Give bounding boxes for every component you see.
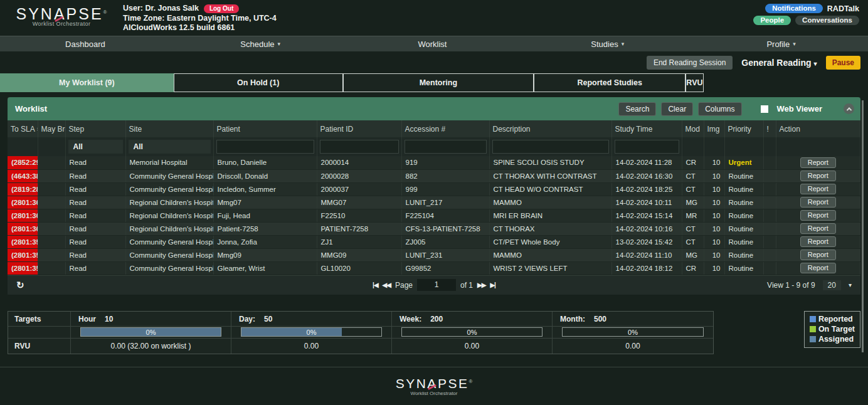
report-button[interactable]: Report <box>800 184 836 194</box>
legend-item: Reported <box>810 315 855 323</box>
column-header[interactable]: Patient <box>213 120 317 137</box>
column-header[interactable]: Action <box>776 120 860 137</box>
report-button[interactable]: Report <box>800 171 836 181</box>
table-row[interactable]: (2801:36 Read Regional Children's Hospit… <box>8 209 860 222</box>
pause-button[interactable]: Pause <box>826 56 860 70</box>
report-button[interactable]: Report <box>800 223 836 234</box>
cell-image-count: 10 <box>704 209 724 222</box>
accession-filter-input[interactable] <box>405 140 487 154</box>
cell-action: Report <box>776 235 860 248</box>
scrollbar[interactable] <box>862 100 864 352</box>
cell-site: Regional Children's Hospital <box>125 196 213 209</box>
nav-item[interactable]: Studies ▾ <box>521 36 694 51</box>
view-range-label: View 1 - 9 of 9 <box>767 281 815 290</box>
table-row[interactable]: (2801:36 Read Regional Children's Hospit… <box>8 196 860 209</box>
reading-mode-dropdown[interactable]: General Reading▾ <box>741 58 817 68</box>
tab-label: My Worklist (9) <box>59 78 115 87</box>
conversations-button[interactable]: Conversations <box>795 16 859 25</box>
table-row[interactable]: (2852:29 Read Memorial Hospital Bruno, D… <box>8 156 860 169</box>
web-viewer-checkbox[interactable] <box>761 105 768 113</box>
column-header[interactable]: Step <box>65 120 125 137</box>
chevron-down-icon[interactable]: ▾ <box>849 281 852 288</box>
cell-accession: LUNIT_231 <box>401 248 489 261</box>
cell-step: Read <box>65 196 125 209</box>
table-row[interactable]: (2801:35 Read Community General Hospital… <box>8 235 860 248</box>
people-button[interactable]: People <box>753 16 791 25</box>
cell-may-breach <box>38 261 65 275</box>
cell-description: WRIST 2 VIEWS LEFT <box>489 261 611 275</box>
column-header[interactable]: Patient ID <box>317 120 401 137</box>
table-row[interactable]: (4643:38 Read Community General Hospital… <box>8 169 860 182</box>
patient-id-filter-input[interactable] <box>320 140 399 154</box>
cell-may-breach <box>38 222 65 235</box>
column-header[interactable]: Description <box>489 120 611 137</box>
last-page-icon[interactable]: ▶| <box>490 281 495 288</box>
cell-accession: LUNIT_217 <box>401 196 489 209</box>
cell-to-sla: (2801:35 <box>8 235 38 248</box>
chevron-down-icon: ▾ <box>278 41 281 47</box>
report-button[interactable]: Report <box>800 210 836 221</box>
column-header[interactable]: Accession # <box>401 120 489 137</box>
notifications-button[interactable]: Notifications <box>765 4 823 13</box>
cell-modality: CR <box>682 261 704 275</box>
report-button[interactable]: Report <box>800 157 836 168</box>
rvu-value: 0.00 <box>231 339 391 354</box>
table-row[interactable]: (2801:35 Read Community General Hospital… <box>8 248 860 261</box>
column-header[interactable]: Mod <box>682 120 704 137</box>
report-button[interactable]: Report <box>800 197 836 208</box>
column-header[interactable]: May Bre <box>38 120 65 137</box>
column-header[interactable]: Img <box>704 120 724 137</box>
column-header[interactable]: Priority <box>724 120 763 137</box>
cell-patient-id: PATIENT-7258 <box>317 222 401 235</box>
report-button[interactable]: Report <box>800 263 836 273</box>
end-reading-session-button[interactable]: End Reading Session <box>647 56 733 70</box>
radtalk-link[interactable]: RADTalk <box>827 4 859 13</box>
columns-button[interactable]: Columns <box>698 102 741 116</box>
page-size-select[interactable]: 20 <box>823 280 841 290</box>
column-header-label: Step <box>69 125 85 134</box>
tab[interactable]: Mentoring <box>343 73 534 92</box>
column-header[interactable]: To SLA <box>8 120 38 137</box>
prev-page-icon[interactable]: ◀◀ <box>383 281 391 288</box>
cell-step: Read <box>65 261 125 275</box>
cell-description: SPINE SCOLI OSIS STUDY <box>489 156 611 169</box>
column-header[interactable]: ! <box>763 120 776 137</box>
cell-priority: Routine <box>724 196 763 209</box>
clear-button[interactable]: Clear <box>661 102 693 116</box>
nav-item[interactable]: Schedule ▾ <box>174 36 347 51</box>
cell-image-count: 10 <box>704 156 724 169</box>
nav-item[interactable]: Dashboard <box>0 36 174 51</box>
column-header[interactable]: Study Time <box>611 120 682 137</box>
report-button[interactable]: Report <box>800 236 836 247</box>
search-button[interactable]: Search <box>618 102 656 116</box>
patient-filter-input[interactable] <box>216 140 314 154</box>
nav-item[interactable]: Profile ▾ <box>694 36 868 51</box>
column-header[interactable]: Site <box>125 120 213 137</box>
step-filter-select[interactable]: All <box>68 140 123 154</box>
logout-button[interactable]: Log Out <box>204 4 239 13</box>
page-number-input[interactable]: 1 <box>417 279 456 291</box>
nav-item[interactable]: Worklist <box>347 36 521 51</box>
table-row[interactable]: (2819:28 Read Community General Hospital… <box>8 182 860 196</box>
report-button[interactable]: Report <box>800 250 836 260</box>
legend-item: Assigned <box>810 335 855 344</box>
study-time-filter-input[interactable] <box>615 140 679 154</box>
tab[interactable]: RVU <box>685 73 703 92</box>
first-page-icon[interactable]: |◀ <box>373 281 378 288</box>
table-row[interactable]: (2801:36 Read Regional Children's Hospit… <box>8 222 860 235</box>
description-filter-input[interactable] <box>492 140 609 154</box>
tab[interactable]: On Hold (1) <box>174 73 343 92</box>
progress-bar: 0% <box>241 327 381 337</box>
cell-patient: Patient-7258 <box>213 222 317 235</box>
collapse-panel-button[interactable] <box>844 103 854 114</box>
user-name: User: Dr. Jonas Salk <box>123 4 199 14</box>
cell-action: Report <box>776 196 860 209</box>
tab[interactable]: Reported Studies <box>534 73 685 92</box>
table-row[interactable]: (2801:35 Read Community General Hospital… <box>8 261 860 275</box>
cell-priority: Urgent <box>724 156 763 169</box>
next-page-icon[interactable]: ▶▶ <box>477 281 485 288</box>
tab[interactable]: My Worklist (9) <box>0 73 174 92</box>
cell-priority: Routine <box>724 261 763 275</box>
legend-swatch <box>810 316 816 322</box>
site-filter-select[interactable]: All <box>129 140 211 154</box>
